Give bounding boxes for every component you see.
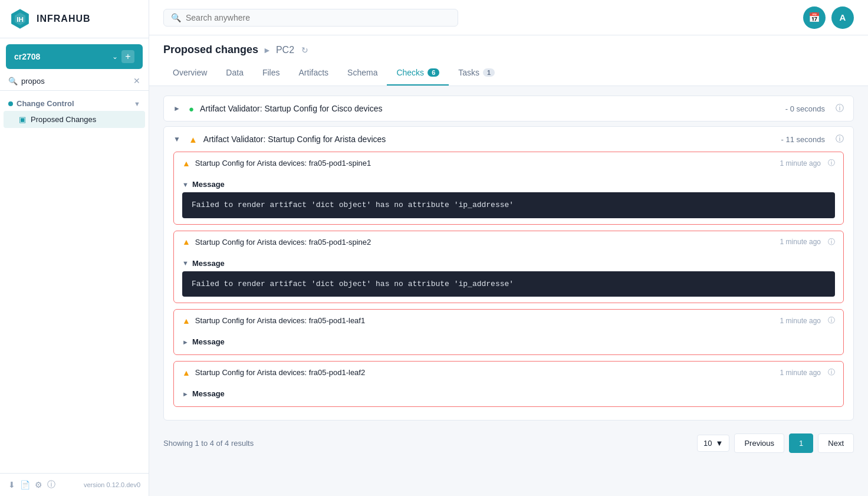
artifact-spine1-time: 1 minute ago — [780, 159, 821, 167]
sidebar-footer: ⬇ 📄 ⚙ ⓘ version 0.12.0.dev0 — [0, 473, 149, 496]
logo-area: IH INFRAHUB — [0, 0, 149, 38]
sidebar-search-clear-icon[interactable]: ✕ — [133, 76, 140, 86]
cisco-check-title: Artifact Validator: Startup Config for C… — [200, 104, 780, 113]
artifact-card-spine1: ▲ Startup Config for Arista devices: fra… — [173, 152, 844, 225]
artifact-leaf1-message-header[interactable]: ► Message — [182, 335, 835, 349]
tab-checks[interactable]: Checks 6 — [387, 63, 449, 86]
artifact-spine2-code: Failed to render artifact 'dict object' … — [182, 271, 835, 297]
artifact-card-leaf2-header: ▲ Startup Config for Arista devices: fra… — [174, 362, 843, 383]
artifact-leaf1-message-chevron-icon: ► — [182, 339, 189, 346]
per-page-select[interactable]: 10 ▼ — [697, 435, 729, 452]
tab-artifacts[interactable]: Artifacts — [290, 63, 338, 86]
pagination-controls: 10 ▼ Previous 1 Next — [697, 433, 854, 453]
sidebar-section-label: Change Control — [8, 99, 74, 108]
artifact-spine2-message-area: ▼ Message Failed to render artifact 'dic… — [174, 253, 843, 303]
topbar: 🔍 📅 A — [149, 0, 868, 35]
artifact-leaf1-time: 1 minute ago — [780, 317, 821, 325]
artifact-spine2-time: 1 minute ago — [780, 238, 821, 246]
artifact-card-leaf2: ▲ Startup Config for Arista devices: fra… — [173, 361, 844, 407]
project-actions: ⌄ + — [112, 50, 134, 63]
topbar-search-input[interactable] — [186, 13, 451, 22]
footer-download-icon[interactable]: ⬇ — [8, 480, 15, 490]
artifact-leaf1-info-icon[interactable]: ⓘ — [828, 316, 835, 326]
topbar-search-area: 🔍 — [163, 9, 458, 27]
tab-schema[interactable]: Schema — [338, 63, 387, 86]
arista-check-info-icon[interactable]: ⓘ — [836, 134, 844, 144]
check-row-arista: ▼ ▲ Artifact Validator: Startup Config f… — [163, 126, 854, 421]
artifact-spine2-info-icon[interactable]: ⓘ — [828, 237, 835, 247]
tab-data[interactable]: Data — [216, 63, 253, 86]
cisco-check-ok-icon: ● — [189, 104, 194, 114]
breadcrumb: Proposed changes ► PC2 ↻ — [163, 44, 854, 56]
artifact-leaf2-info-icon[interactable]: ⓘ — [828, 367, 835, 377]
tab-overview[interactable]: Overview — [163, 63, 216, 86]
artifact-cards: ▲ Startup Config for Arista devices: fra… — [164, 152, 853, 420]
arista-check-warn-icon: ▲ — [189, 134, 198, 144]
artifact-spine1-warn-icon: ▲ — [182, 159, 190, 168]
artifact-card-spine1-header: ▲ Startup Config for Arista devices: fra… — [174, 152, 843, 174]
topbar-search-wrap: 🔍 — [163, 9, 458, 27]
footer-file-icon[interactable]: 📄 — [20, 480, 30, 490]
section-dot-icon — [8, 101, 13, 106]
artifact-leaf2-message-chevron-icon: ► — [182, 390, 189, 398]
artifact-leaf1-title: Startup Config for Arista devices: fra05… — [195, 316, 775, 325]
proposed-changes-icon: ▣ — [19, 115, 26, 124]
logo-icon: IH — [9, 8, 31, 29]
artifact-spine2-message-header[interactable]: ▼ Message — [182, 257, 835, 271]
next-button[interactable]: Next — [818, 433, 854, 453]
artifact-leaf2-message-header[interactable]: ► Message — [182, 387, 835, 400]
arista-check-duration: 11 seconds — [786, 135, 826, 144]
check-row-cisco-header[interactable]: ► ● Artifact Validator: Startup Config f… — [164, 96, 853, 121]
sidebar-item-label: Proposed Changes — [31, 115, 96, 124]
svg-text:IH: IH — [17, 15, 24, 23]
sidebar-section-change-control[interactable]: Change Control ▼ — [0, 96, 149, 110]
cisco-check-duration: 0 seconds — [790, 104, 825, 113]
sidebar-item-proposed-changes[interactable]: ▣ Proposed Changes — [4, 111, 145, 128]
sidebar-search-area: 🔍 ✕ — [0, 71, 149, 91]
pagination: Showing 1 to 4 of 4 results 10 ▼ Previou… — [163, 425, 854, 455]
artifact-spine1-message-header[interactable]: ▼ Message — [182, 178, 835, 192]
logo-text: INFRAHUB — [37, 14, 91, 24]
artifact-spine2-message-chevron-icon: ▼ — [182, 260, 189, 267]
artifact-leaf2-message-label: Message — [192, 389, 225, 398]
tab-files[interactable]: Files — [253, 63, 290, 86]
footer-gear-icon[interactable]: ⚙ — [35, 480, 42, 490]
artifact-card-leaf1-header: ▲ Startup Config for Arista devices: fra… — [174, 310, 843, 331]
page-1-button[interactable]: 1 — [789, 433, 813, 453]
checks-badge: 6 — [428, 68, 439, 77]
version-label: version 0.12.0.dev0 — [84, 481, 140, 488]
project-chevron-icon: ⌄ — [112, 52, 118, 61]
user-avatar-button[interactable]: A — [831, 6, 854, 29]
artifact-spine1-message-chevron-icon: ▼ — [182, 181, 189, 188]
tabs: Overview Data Files Artifacts Schema Che… — [163, 63, 854, 86]
artifact-spine1-code: Failed to render artifact 'dict object' … — [182, 192, 835, 218]
project-selector[interactable]: cr2708 ⌄ + — [6, 44, 143, 69]
sidebar-search-input[interactable] — [21, 77, 130, 86]
artifact-spine1-title: Startup Config for Arista devices: fra05… — [195, 159, 775, 167]
topbar-actions: 📅 A — [803, 6, 854, 29]
artifact-leaf1-message-area: ► Message — [174, 331, 843, 354]
artifact-spine2-message-label: Message — [192, 259, 225, 268]
tasks-badge: 1 — [483, 68, 495, 77]
artifact-leaf2-title: Startup Config for Arista devices: fra05… — [195, 368, 775, 377]
artifact-spine2-warn-icon: ▲ — [182, 237, 190, 247]
breadcrumb-pc2: PC2 — [276, 45, 294, 55]
breadcrumb-arrow-icon: ► — [263, 45, 271, 55]
project-add-icon[interactable]: + — [121, 50, 134, 63]
cisco-check-info-icon[interactable]: ⓘ — [836, 103, 844, 114]
check-row-arista-header[interactable]: ▼ ▲ Artifact Validator: Startup Config f… — [164, 127, 853, 152]
previous-button[interactable]: Previous — [734, 433, 784, 453]
artifact-spine1-info-icon[interactable]: ⓘ — [828, 158, 835, 168]
artifact-card-spine2-header: ▲ Startup Config for Arista devices: fra… — [174, 231, 843, 253]
content-area: ► ● Artifact Validator: Startup Config f… — [149, 86, 868, 496]
artifact-leaf2-message-area: ► Message — [174, 383, 843, 406]
section-chevron-icon: ▼ — [134, 100, 140, 107]
calendar-button[interactable]: 📅 — [803, 6, 826, 29]
footer-info-icon[interactable]: ⓘ — [47, 479, 55, 490]
breadcrumb-refresh-icon[interactable]: ↻ — [301, 45, 308, 55]
arista-check-title: Artifact Validator: Startup Config for A… — [203, 134, 775, 144]
pagination-info: Showing 1 to 4 of 4 results — [163, 439, 254, 448]
topbar-search-icon: 🔍 — [171, 13, 181, 22]
tab-tasks[interactable]: Tasks 1 — [449, 63, 504, 86]
per-page-chevron-icon: ▼ — [716, 439, 724, 448]
